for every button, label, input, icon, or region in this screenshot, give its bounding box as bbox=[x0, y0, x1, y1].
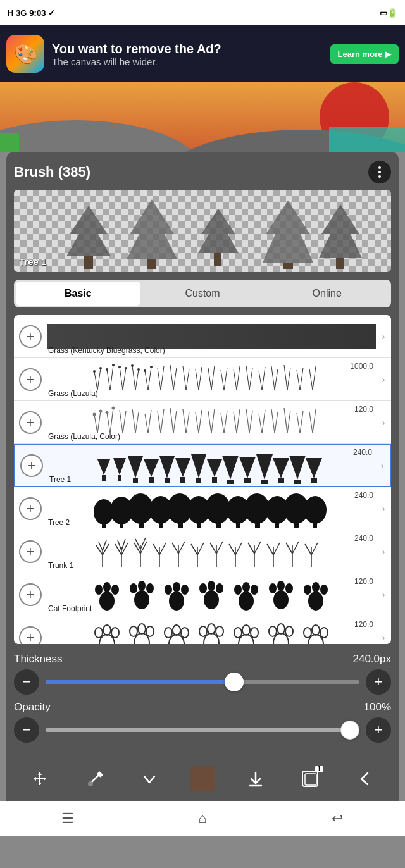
thickness-slider-track[interactable] bbox=[46, 680, 359, 684]
svg-line-39 bbox=[234, 369, 237, 390]
svg-point-199 bbox=[111, 585, 119, 595]
brush-arrow-7[interactable]: › bbox=[376, 632, 391, 643]
add-brush-catfoot[interactable]: + bbox=[19, 583, 42, 606]
svg-line-156 bbox=[103, 544, 109, 555]
brush-item-catfoot[interactable]: + bbox=[14, 573, 391, 616]
svg-point-215 bbox=[251, 585, 258, 595]
svg-marker-120 bbox=[239, 457, 256, 478]
svg-line-69 bbox=[132, 409, 135, 433]
svg-point-99 bbox=[93, 413, 96, 416]
thickness-increase-button[interactable]: + bbox=[366, 669, 391, 695]
svg-line-29 bbox=[170, 365, 173, 390]
brush-arrow-6[interactable]: › bbox=[376, 589, 391, 600]
svg-point-201 bbox=[130, 583, 137, 593]
opacity-label-row: Opacity 100% bbox=[14, 701, 391, 714]
svg-marker-10 bbox=[198, 209, 239, 253]
brush-size-2: 120.0 bbox=[354, 405, 373, 414]
brush-item-grass-luzula[interactable]: + bbox=[14, 358, 391, 401]
back-button[interactable] bbox=[351, 764, 380, 793]
svg-marker-118 bbox=[222, 456, 239, 480]
brush-size-6: 120.0 bbox=[354, 577, 373, 586]
brush-preview-catfoot-outline: 120.0 Cat Footprint (Outline) bbox=[47, 617, 376, 645]
brush-item-tree2[interactable]: + bbox=[14, 487, 391, 530]
brush-item-grass-kentucky[interactable]: + Grass (Kentucky Bluegrass, Color) › bbox=[14, 315, 391, 358]
svg-line-27 bbox=[158, 368, 161, 390]
svg-rect-141 bbox=[197, 523, 201, 528]
svg-marker-124 bbox=[273, 458, 289, 478]
tab-custom[interactable]: Custom bbox=[140, 282, 265, 306]
svg-line-171 bbox=[159, 543, 166, 555]
svg-line-95 bbox=[297, 413, 300, 433]
svg-point-216 bbox=[273, 590, 289, 609]
svg-marker-108 bbox=[144, 459, 159, 477]
brush-tool-button[interactable] bbox=[80, 764, 109, 793]
add-brush-catfoot-outline[interactable]: + bbox=[19, 626, 42, 645]
svg-line-92 bbox=[287, 411, 290, 433]
svg-point-208 bbox=[204, 590, 219, 609]
thickness-decrease-button[interactable]: − bbox=[14, 669, 39, 695]
svg-point-238 bbox=[208, 624, 215, 634]
svg-rect-117 bbox=[212, 477, 217, 483]
nav-back-button[interactable]: ↩ bbox=[323, 804, 352, 833]
color-swatch-button[interactable] bbox=[190, 766, 215, 791]
svg-marker-112 bbox=[175, 458, 190, 477]
nav-menu-button[interactable]: ☰ bbox=[53, 804, 82, 833]
thickness-slider-thumb[interactable] bbox=[225, 673, 244, 691]
learn-more-button[interactable]: Learn more ▶ bbox=[330, 44, 399, 64]
svg-rect-264 bbox=[305, 774, 316, 785]
svg-marker-8 bbox=[127, 199, 177, 259]
svg-rect-4 bbox=[329, 127, 405, 152]
opacity-slider-track[interactable] bbox=[46, 728, 359, 732]
opacity-decrease-button[interactable]: − bbox=[14, 717, 39, 743]
nav-home-button[interactable]: ⌂ bbox=[188, 804, 217, 833]
brush-arrow-2[interactable]: › bbox=[376, 417, 391, 428]
brush-arrow-5[interactable]: › bbox=[376, 546, 391, 557]
svg-line-63 bbox=[94, 414, 97, 433]
add-brush-grass-luzula[interactable]: + bbox=[19, 368, 42, 391]
opacity-increase-button[interactable]: + bbox=[366, 717, 391, 743]
brush-item-grass-luzula-color[interactable]: + bbox=[14, 401, 391, 444]
svg-marker-256 bbox=[38, 772, 42, 775]
panel-title: Brush (385) bbox=[14, 164, 90, 180]
add-brush-trunk1[interactable]: + bbox=[19, 540, 42, 563]
brush-arrow-0[interactable]: › bbox=[376, 331, 391, 342]
tab-online[interactable]: Online bbox=[265, 282, 389, 306]
svg-marker-6 bbox=[66, 206, 111, 256]
back-nav-icon: ↩ bbox=[332, 810, 343, 827]
brush-item-trunk1[interactable]: + bbox=[14, 530, 391, 573]
opacity-slider-thumb[interactable] bbox=[340, 721, 359, 740]
add-brush-grass-luzula-color[interactable]: + bbox=[19, 411, 42, 434]
brush-arrow-4[interactable]: › bbox=[376, 503, 391, 514]
brush-list: + Grass (Kentucky Bluegrass, Color) › + bbox=[14, 315, 391, 644]
brush-arrow-3[interactable]: › bbox=[375, 460, 390, 471]
svg-line-25 bbox=[145, 371, 148, 390]
add-brush-grass-kentucky[interactable]: + bbox=[19, 325, 42, 348]
transform-button[interactable] bbox=[25, 764, 54, 793]
svg-line-45 bbox=[271, 366, 275, 390]
svg-line-62 bbox=[97, 411, 101, 433]
svg-line-160 bbox=[115, 544, 122, 555]
thickness-control: Thickness 240.0px − + bbox=[14, 653, 391, 695]
svg-point-52 bbox=[99, 367, 102, 369]
brush-item-tree1[interactable]: + bbox=[14, 444, 391, 487]
download-button[interactable] bbox=[241, 764, 270, 793]
brush-item-catfoot-outline[interactable]: + bbox=[14, 616, 391, 644]
svg-line-85 bbox=[234, 412, 237, 433]
svg-line-34 bbox=[211, 366, 215, 390]
brush-arrow-1[interactable]: › bbox=[376, 374, 391, 385]
add-brush-tree2[interactable]: + bbox=[19, 497, 42, 520]
trunk1-stroke bbox=[47, 533, 376, 571]
svg-line-94 bbox=[300, 411, 303, 433]
add-brush-tree1[interactable]: + bbox=[20, 454, 43, 477]
svg-line-66 bbox=[123, 411, 126, 433]
svg-line-86 bbox=[249, 411, 252, 433]
svg-line-182 bbox=[229, 544, 235, 555]
menu-dots-button[interactable] bbox=[368, 161, 391, 183]
brush-size-7: 120.0 bbox=[354, 620, 373, 629]
svg-line-96 bbox=[313, 409, 316, 433]
brush-name-grass-luzula-color: Grass (Luzula, Color) bbox=[48, 432, 120, 441]
chevron-down-button[interactable] bbox=[135, 764, 164, 793]
tab-basic[interactable]: Basic bbox=[16, 282, 140, 306]
time: 9:03 bbox=[29, 8, 46, 18]
layers-button[interactable]: 1 bbox=[296, 764, 325, 793]
